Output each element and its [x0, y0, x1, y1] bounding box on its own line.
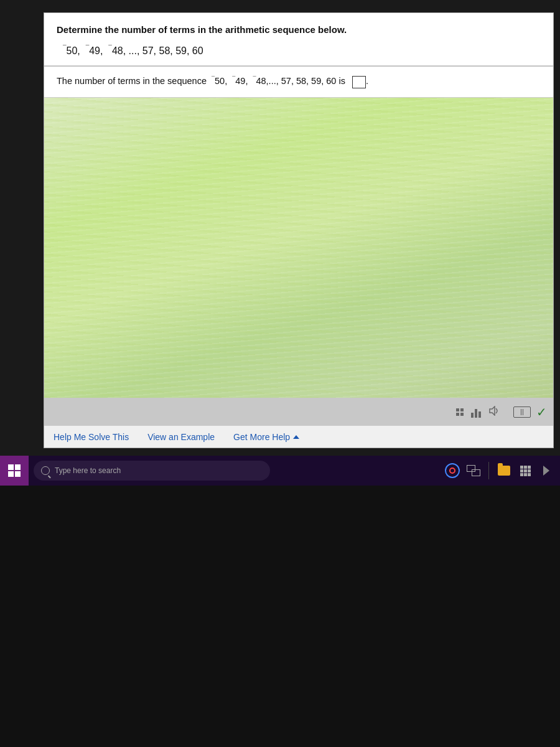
svg-marker-0 [490, 406, 495, 415]
grid-icon [456, 408, 464, 416]
folder-icon [498, 466, 510, 476]
answer-area: The number of terms in the sequence ¯50,… [44, 67, 553, 97]
folder-button[interactable] [495, 462, 513, 479]
taskbar-divider-1 [488, 462, 489, 479]
cortana-button[interactable] [444, 462, 461, 479]
neg-sign-3: ¯ [108, 45, 112, 52]
keyboard-icon [513, 406, 531, 418]
grid-apps-icon [520, 466, 531, 476]
get-more-help-label: Get More Help [233, 432, 290, 442]
get-more-help-button[interactable]: Get More Help [233, 432, 299, 442]
check-icon: ✓ [536, 405, 547, 420]
cortana-icon [445, 463, 460, 478]
buttons-row: Help Me Solve This View an Example Get M… [44, 426, 553, 448]
arrow-icon [543, 466, 549, 476]
taskbar-right-icons [444, 462, 560, 479]
cortana-inner-icon [449, 467, 455, 474]
main-window: Determine the number of terms in the ari… [44, 12, 554, 448]
taskbar: Type here to search [0, 456, 560, 486]
search-icon [41, 466, 50, 475]
search-placeholder: Type here to search [55, 466, 121, 475]
grid-apps-button[interactable] [516, 462, 534, 479]
answer-input-box[interactable] [352, 76, 366, 88]
neg-sign-a2: ¯ [232, 76, 235, 82]
view-example-button[interactable]: View an Example [147, 432, 215, 442]
sequence-display: ¯50, ¯49, ¯48, ..., 57, 58, 59, 60 [57, 45, 541, 57]
bar-chart-icon [471, 406, 481, 418]
neg-sign-2: ¯ [86, 45, 90, 52]
start-button[interactable] [0, 456, 29, 486]
dark-background [0, 486, 560, 747]
arrow-button[interactable] [538, 462, 555, 479]
neg-sign-a1: ¯ [212, 76, 215, 82]
problem-title: Determine the number of terms in the ari… [57, 24, 541, 35]
neg-sign-a3: ¯ [253, 76, 256, 82]
answer-text: The number of terms in the sequence ¯50,… [57, 76, 368, 86]
task-view-icon [467, 465, 480, 476]
window-bottom-bar: ✓ Help Me Solve This View an Example Get… [44, 398, 553, 448]
taskbar-search-bar[interactable]: Type here to search [34, 461, 270, 481]
neg-sign-1: ¯ [63, 45, 67, 52]
chevron-up-icon [293, 435, 299, 439]
gray-status-bar: ✓ [44, 398, 553, 426]
windows-logo-icon [8, 464, 21, 477]
help-me-solve-button[interactable]: Help Me Solve This [54, 432, 129, 442]
problem-area: Determine the number of terms in the ari… [44, 13, 553, 66]
task-view-button[interactable] [465, 462, 482, 479]
speaker-icon [488, 406, 500, 418]
